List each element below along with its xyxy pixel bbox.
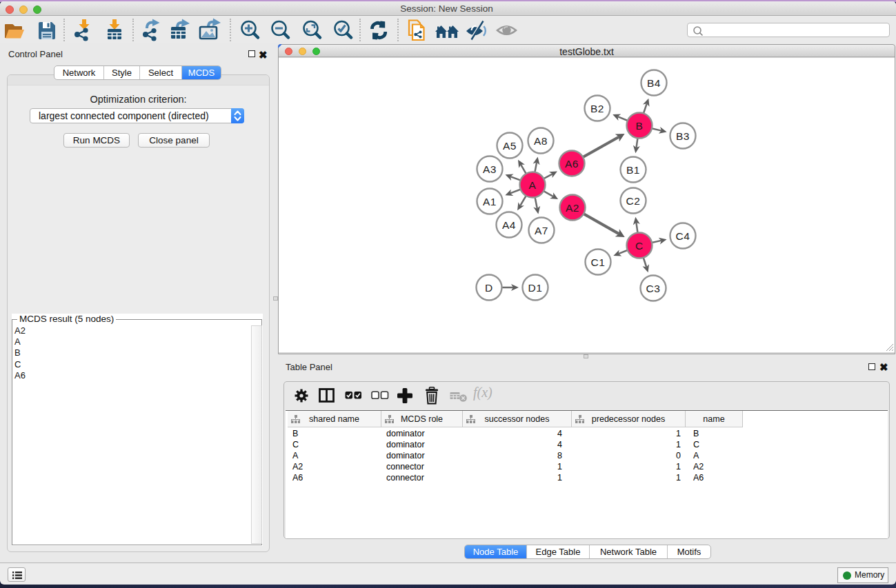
svg-text:D: D: [485, 282, 493, 294]
svg-text:A5: A5: [503, 140, 517, 152]
svg-text:B4: B4: [647, 77, 661, 89]
svg-text:A1: A1: [483, 196, 497, 207]
svg-text:D1: D1: [528, 282, 542, 294]
svg-text:A3: A3: [483, 163, 497, 175]
svg-text:B2: B2: [590, 103, 604, 114]
svg-text:C3: C3: [646, 283, 660, 294]
svg-text:C: C: [635, 240, 644, 252]
svg-text:A7: A7: [535, 225, 548, 236]
svg-text:A8: A8: [534, 135, 548, 147]
svg-text:B3: B3: [676, 130, 690, 142]
svg-text:C1: C1: [590, 256, 605, 268]
svg-text:C4: C4: [675, 230, 690, 242]
svg-text:C2: C2: [626, 195, 640, 207]
svg-text:A6: A6: [565, 158, 579, 170]
svg-text:A4: A4: [502, 219, 516, 231]
svg-text:A2: A2: [566, 202, 579, 214]
svg-text:B1: B1: [626, 164, 640, 176]
svg-text:A: A: [529, 179, 537, 191]
svg-text:B: B: [636, 120, 644, 132]
